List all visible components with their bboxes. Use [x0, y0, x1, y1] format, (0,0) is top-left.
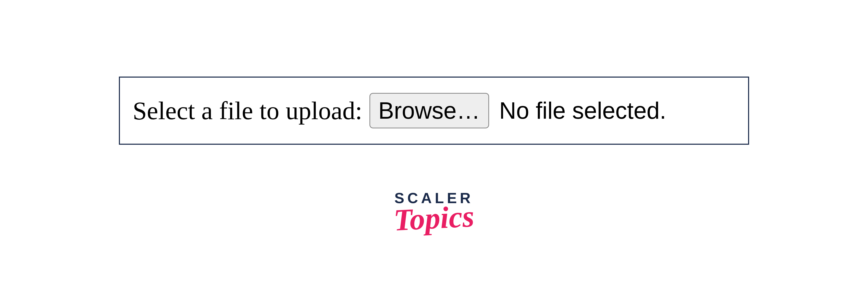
logo-topics-text: Topics — [393, 201, 475, 236]
file-status-text: No file selected. — [499, 97, 666, 124]
scaler-topics-logo: SCALER Topics — [394, 191, 474, 234]
browse-button[interactable]: Browse… — [369, 93, 489, 128]
file-upload-box: Select a file to upload: Browse… No file… — [119, 77, 749, 145]
upload-label: Select a file to upload: — [133, 96, 362, 125]
